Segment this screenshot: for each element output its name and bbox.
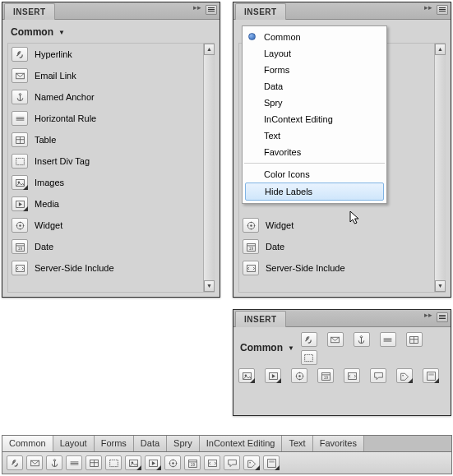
anchor-icon[interactable] (46, 455, 62, 470)
widget-icon[interactable] (243, 218, 259, 233)
anchor-icon[interactable] (12, 90, 28, 104)
menu-item[interactable]: InContext Editing (243, 111, 386, 127)
svg-point-22 (250, 224, 252, 226)
div-icon[interactable] (105, 455, 122, 470)
hr-icon[interactable] (12, 111, 28, 126)
menu-item-label: InContext Editing (264, 114, 333, 124)
tag-icon[interactable] (243, 455, 260, 470)
scrollbar[interactable]: ▲ ▼ (434, 44, 446, 292)
hr-icon[interactable] (66, 455, 82, 470)
image-icon[interactable] (238, 368, 255, 383)
table-icon[interactable] (86, 455, 102, 470)
menu-item[interactable]: Data (243, 78, 386, 95)
mail-icon[interactable] (12, 68, 28, 83)
table-icon[interactable] (406, 332, 423, 347)
list-item[interactable]: Images (8, 172, 203, 193)
menu-item[interactable]: Common (243, 29, 386, 45)
list-item[interactable]: Named Anchor (8, 86, 203, 108)
scroll-down-icon[interactable]: ▼ (204, 280, 215, 292)
link-icon[interactable] (12, 47, 28, 62)
mail-icon[interactable] (327, 332, 344, 347)
collapse-icon[interactable]: ▸▸ (424, 6, 432, 14)
list-item[interactable]: Table (8, 129, 203, 150)
panel-menu-button[interactable] (206, 5, 217, 15)
date-icon[interactable]: 19 (184, 455, 201, 470)
menu-item[interactable]: Favorites (243, 144, 386, 160)
tab[interactable]: Forms (95, 436, 134, 451)
list-item[interactable]: 19Date (239, 236, 434, 257)
panel-title[interactable]: INSERT (4, 3, 55, 20)
comment-icon[interactable] (370, 368, 386, 383)
menu-item[interactable]: Color Icons (243, 166, 386, 183)
template-icon[interactable] (263, 455, 280, 470)
template-icon[interactable] (423, 368, 439, 383)
list-item[interactable]: Server-Side Include (239, 257, 434, 279)
collapse-icon[interactable]: ▸▸ (424, 313, 432, 321)
tab[interactable]: Spry (167, 436, 200, 451)
image-icon[interactable] (12, 175, 28, 190)
media-icon[interactable] (265, 368, 281, 383)
tab[interactable]: Common (2, 436, 53, 451)
widget-icon[interactable] (12, 218, 28, 233)
ssi-icon[interactable] (344, 368, 360, 383)
panel-menu-button[interactable] (437, 5, 448, 15)
list-item[interactable]: Email Link (8, 65, 203, 86)
menu-item[interactable]: Layout (243, 45, 386, 62)
div-icon[interactable] (12, 154, 28, 169)
tab[interactable]: Favorites (313, 436, 364, 451)
menu-item[interactable]: Hide Labels (245, 183, 384, 201)
svg-point-52 (402, 374, 404, 376)
list-item[interactable]: Widget (8, 215, 203, 236)
tag-icon[interactable] (396, 368, 413, 383)
date-icon[interactable]: 19 (12, 239, 28, 254)
menu-item[interactable]: Spry (243, 95, 386, 111)
ssi-icon[interactable] (243, 261, 259, 275)
list-item[interactable]: Hyperlink (8, 44, 203, 65)
item-label: Images (35, 178, 64, 187)
panel-header: INSERT ▸▸ (2, 2, 220, 20)
menu-item[interactable]: Forms (243, 62, 386, 78)
collapse-icon[interactable]: ▸▸ (193, 6, 201, 14)
mail-icon[interactable] (26, 455, 43, 470)
link-icon[interactable] (7, 455, 23, 470)
menu-item[interactable]: Text (243, 127, 386, 144)
tab-label: Favorites (320, 438, 357, 448)
anchor-icon[interactable] (354, 332, 370, 347)
widget-icon[interactable] (164, 455, 181, 470)
list-item[interactable]: Media (8, 193, 203, 215)
media-icon[interactable] (145, 455, 161, 470)
scroll-up-icon[interactable]: ▲ (435, 44, 446, 55)
list-item[interactable]: 19Date (8, 236, 203, 257)
chevron-down-icon: ▼ (288, 344, 294, 352)
scroll-down-icon[interactable]: ▼ (435, 280, 446, 292)
panel-title[interactable]: INSERT (235, 311, 286, 327)
svg-text:19: 19 (323, 375, 328, 379)
scroll-up-icon[interactable]: ▲ (204, 44, 215, 55)
widget-icon[interactable] (291, 368, 307, 383)
category-dropdown[interactable]: Common ▼ (238, 340, 296, 357)
category-dropdown[interactable]: Common ▼ (7, 25, 215, 43)
tab[interactable]: InContext Editing (200, 436, 283, 451)
tab[interactable]: Layout (53, 436, 95, 451)
panel-title[interactable]: INSERT (235, 3, 286, 20)
list-item[interactable]: Widget (239, 215, 434, 236)
date-icon[interactable]: 19 (243, 239, 259, 254)
comment-icon[interactable] (224, 455, 240, 470)
date-icon[interactable]: 19 (317, 368, 334, 383)
link-icon[interactable] (301, 332, 317, 347)
div-icon[interactable] (301, 350, 317, 365)
ssi-icon[interactable] (204, 455, 220, 470)
list-item[interactable]: Horizontal Rule (8, 108, 203, 129)
tab[interactable]: Data (134, 436, 167, 451)
tab[interactable]: Text (282, 436, 312, 451)
table-icon[interactable] (12, 132, 28, 147)
list-item[interactable]: Server-Side Include (8, 257, 203, 279)
scrollbar[interactable]: ▲ ▼ (203, 44, 215, 292)
ssi-icon[interactable] (12, 261, 28, 275)
item-label: Widget (35, 220, 62, 230)
list-item[interactable]: Insert Div Tag (8, 150, 203, 172)
hr-icon[interactable] (380, 332, 396, 347)
media-icon[interactable] (12, 196, 28, 211)
panel-menu-button[interactable] (437, 312, 448, 322)
image-icon[interactable] (125, 455, 141, 470)
